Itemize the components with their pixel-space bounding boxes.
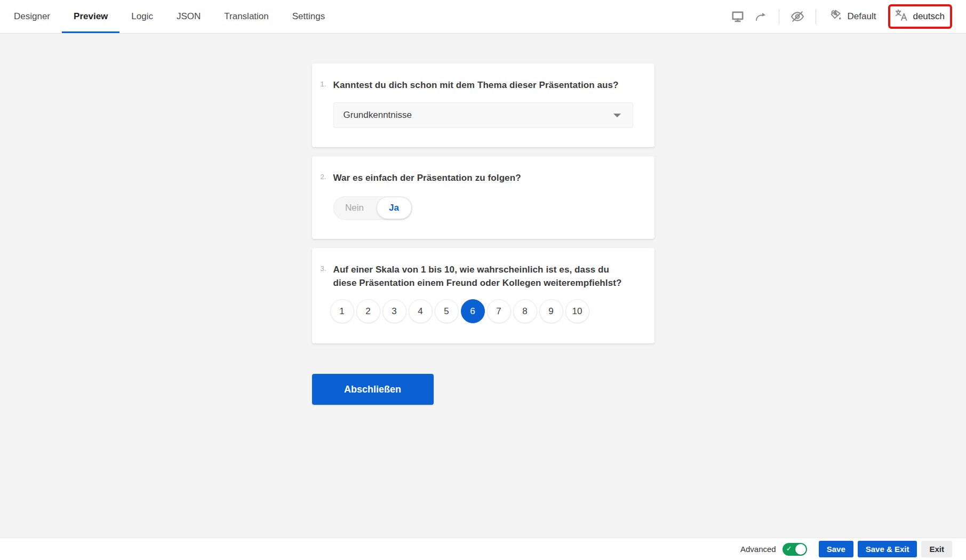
boolean-option-nein[interactable]: Nein xyxy=(333,203,376,213)
rating-item-9[interactable]: 9 xyxy=(539,299,563,323)
rating-item-4[interactable]: 4 xyxy=(409,299,433,323)
toggle-knob xyxy=(795,544,806,555)
question-3-title-row: 3. Auf einer Skala von 1 bis 10, wie wah… xyxy=(333,263,633,290)
redo-icon xyxy=(754,10,768,23)
question-3-number: 3. xyxy=(321,265,326,273)
device-preview-button[interactable] xyxy=(730,9,746,25)
theme-selector-label: Default xyxy=(848,11,876,22)
question-card-1: 1. Kanntest du dich schon mit dem Thema … xyxy=(312,63,654,147)
save-button[interactable]: Save xyxy=(819,541,853,557)
rating-item-10[interactable]: 10 xyxy=(565,299,589,323)
question-2-title-row: 2. War es einfach der Präsentation zu fo… xyxy=(333,171,633,185)
question-1-title-row: 1. Kanntest du dich schon mit dem Thema … xyxy=(333,78,633,92)
tab-preview[interactable]: Preview xyxy=(62,0,119,33)
tab-translation[interactable]: Translation xyxy=(212,0,280,33)
theme-paint-icon xyxy=(829,9,843,25)
rating-item-1[interactable]: 1 xyxy=(330,299,354,323)
creator-tab-bar: Designer Preview Logic JSON Translation … xyxy=(0,0,966,34)
tab-json[interactable]: JSON xyxy=(165,0,212,33)
exit-button[interactable]: Exit xyxy=(921,541,952,557)
question-card-3: 3. Auf einer Skala von 1 bis 10, wie wah… xyxy=(312,248,654,343)
tab-designer[interactable]: Designer xyxy=(2,0,62,33)
question-2-number: 2. xyxy=(321,173,326,181)
rating-item-5[interactable]: 5 xyxy=(435,299,459,323)
question-2-boolean-toggle[interactable]: Nein Ja xyxy=(333,196,412,220)
question-2-title: War es einfach der Präsentation zu folge… xyxy=(333,171,521,185)
preview-toolbar: Default deutsch xyxy=(730,0,952,33)
complete-survey-button[interactable]: Abschließen xyxy=(312,374,434,405)
hide-invisible-elements-icon xyxy=(790,9,805,24)
hide-invisible-elements-button[interactable] xyxy=(789,9,805,25)
language-icon xyxy=(895,9,908,25)
question-1-dropdown[interactable]: Grundkenntnisse xyxy=(333,102,633,128)
creator-footer-bar: Advanced ✓ Save Save & Exit Exit xyxy=(0,538,966,560)
survey-column: 1. Kanntest du dich schon mit dem Thema … xyxy=(312,34,654,405)
save-and-exit-button[interactable]: Save & Exit xyxy=(858,541,917,557)
tab-logic[interactable]: Logic xyxy=(119,0,165,33)
question-1-number: 1. xyxy=(321,80,326,88)
language-selector-button[interactable]: deutsch xyxy=(893,7,946,26)
device-preview-icon xyxy=(731,10,745,23)
toolbar-divider xyxy=(816,9,816,24)
theme-selector-button[interactable]: Default xyxy=(826,6,880,27)
creator-tabs: Designer Preview Logic JSON Translation … xyxy=(0,0,337,33)
checkmark-icon: ✓ xyxy=(786,545,792,553)
question-1-title: Kanntest du dich schon mit dem Thema die… xyxy=(333,78,619,92)
tab-settings[interactable]: Settings xyxy=(281,0,337,33)
survey-preview-area: 1. Kanntest du dich schon mit dem Thema … xyxy=(0,34,966,538)
dropdown-selected-value: Grundkenntnisse xyxy=(344,110,412,121)
rating-item-7[interactable]: 7 xyxy=(487,299,511,323)
chevron-down-icon xyxy=(613,114,621,117)
boolean-option-ja-selected[interactable]: Ja xyxy=(377,197,411,219)
rating-item-3[interactable]: 3 xyxy=(382,299,406,323)
question-3-rating-scale: 1 2 3 4 5 6 7 8 9 10 xyxy=(330,299,633,323)
question-3-title: Auf einer Skala von 1 bis 10, wie wahrsc… xyxy=(333,263,633,290)
rating-item-2[interactable]: 2 xyxy=(356,299,380,323)
annotation-highlight-red-box: deutsch xyxy=(888,4,952,29)
redo-button[interactable] xyxy=(753,9,769,25)
rating-item-8[interactable]: 8 xyxy=(513,299,537,323)
advanced-toggle-label: Advanced xyxy=(740,545,776,554)
toolbar-divider xyxy=(779,9,779,24)
question-card-2: 2. War es einfach der Präsentation zu fo… xyxy=(312,156,654,239)
language-selector-label: deutsch xyxy=(913,11,945,22)
advanced-toggle-switch[interactable]: ✓ xyxy=(783,543,807,556)
rating-item-6-selected[interactable]: 6 xyxy=(461,299,485,323)
